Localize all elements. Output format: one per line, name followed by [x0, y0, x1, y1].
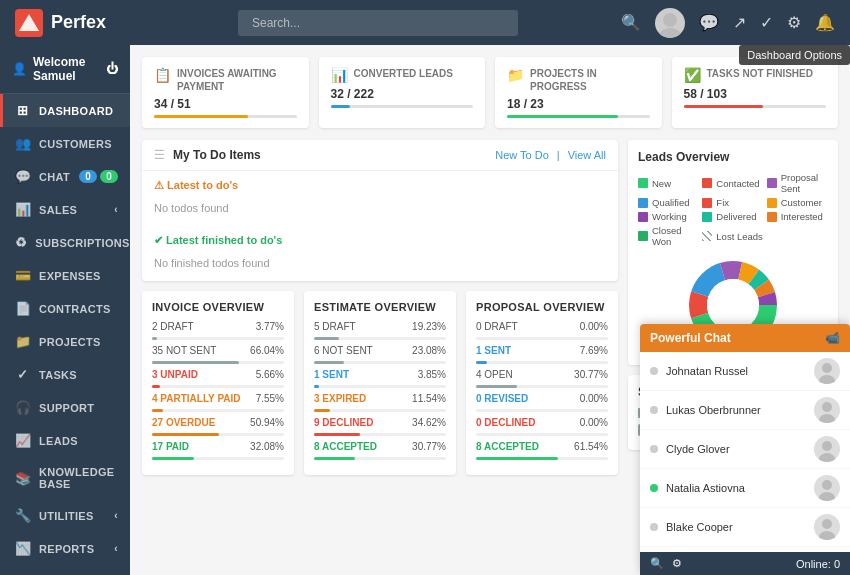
top-nav: Perfex 🔍 💬 ↗ ✓ ⚙ 🔔 — [0, 0, 850, 45]
ov-label: 8 ACCEPTED — [476, 441, 539, 452]
finished-todos-title: ✔ Latest finished to do's — [154, 234, 606, 247]
sidebar-item-customers[interactable]: 👥 Customers — [0, 127, 130, 160]
legend-label: Contacted — [716, 178, 759, 189]
view-all-link[interactable]: View All — [568, 149, 606, 161]
sidebar-item-knowledge[interactable]: 📚 Knowledge Base — [0, 457, 130, 499]
stat-header-3: ✅ Tasks Not Finished — [684, 67, 827, 83]
ov-pct: 3.77% — [256, 321, 284, 332]
avatar[interactable] — [655, 8, 685, 38]
left-column: ☰ My To Do Items New To Do | View All ⚠ … — [142, 140, 618, 485]
sidebar-user[interactable]: 👤 Welcome Samuel ⏻ — [0, 45, 130, 94]
sidebar-item-projects[interactable]: 📁 Projects — [0, 325, 130, 358]
ov-pct: 30.77% — [574, 369, 608, 380]
ov-bar — [476, 361, 608, 364]
leads-icon: 📈 — [15, 433, 31, 448]
sidebar-label-contracts: Contracts — [39, 303, 111, 315]
search-icon[interactable]: 🔍 — [621, 13, 641, 32]
dashboard-options-btn[interactable]: Dashboard Options — [739, 45, 850, 65]
ov-bar — [314, 409, 446, 412]
ov-pct: 0.00% — [580, 321, 608, 332]
chat-header[interactable]: Powerful Chat 📹 — [640, 324, 850, 352]
chat-settings-icon[interactable]: ⚙ — [672, 557, 682, 570]
sidebar-item-tasks[interactable]: ✓ Tasks — [0, 358, 130, 391]
proposal-overview-panel: Proposal Overview 0 DRAFT 0.00% 1 SENT 7… — [466, 291, 618, 475]
legend-label: Lost Leads — [716, 231, 762, 242]
sidebar-item-reports[interactable]: 📉 Reports‹ — [0, 532, 130, 565]
ov-bar — [314, 433, 446, 436]
overview-row: Invoice Overview 2 DRAFT 3.77% 35 NOT SE… — [142, 291, 618, 475]
chat-contact-item[interactable]: Natalia Astiovna — [640, 469, 850, 508]
sidebar-item-setup[interactable]: ⚙ Setup — [0, 565, 130, 575]
chat-contact-item[interactable]: Blake Cooper — [640, 508, 850, 547]
contact-name: Blake Cooper — [666, 521, 806, 533]
search-input[interactable] — [238, 10, 518, 36]
stat-bar-1 — [331, 105, 474, 108]
tasks-icon[interactable]: ✓ — [760, 13, 773, 32]
sidebar: 👤 Welcome Samuel ⏻ ⊞ Dashboard👥 Customer… — [0, 45, 130, 575]
ov-label: 0 DRAFT — [476, 321, 518, 332]
todo-title: My To Do Items — [173, 148, 261, 162]
chat-contact-item[interactable]: Lukas Oberbrunner — [640, 391, 850, 430]
arrow-icon-utilities: ‹ — [114, 510, 118, 521]
chat-badge-2: 0 — [100, 170, 118, 183]
ov-label: 35 NOT SENT — [152, 345, 216, 356]
stat-label-2: Projects In Progress — [530, 67, 650, 93]
app-name: Perfex — [51, 12, 106, 33]
chat-icon: 📹 — [825, 331, 840, 345]
svg-point-2 — [663, 13, 677, 27]
overview-row-item: 1 SENT 7.69% — [476, 345, 608, 364]
legend-item: Proposal Sent — [767, 172, 828, 194]
proposal-rows: 0 DRAFT 0.00% 1 SENT 7.69% 4 OPEN 30.77% — [476, 321, 608, 460]
sidebar-username: Welcome Samuel — [33, 55, 100, 83]
ov-pct: 3.85% — [418, 369, 446, 380]
legend-dot — [702, 212, 712, 222]
settings-icon[interactable]: ⚙ — [787, 13, 801, 32]
overview-row-item: 35 NOT SENT 66.04% — [152, 345, 284, 364]
ov-row: 8 ACCEPTED 30.77% — [314, 441, 446, 452]
online-dot — [650, 484, 658, 492]
chat-contact-item[interactable]: Johnatan Russel — [640, 352, 850, 391]
sidebar-item-leads[interactable]: 📈 Leads — [0, 424, 130, 457]
nav-icons: 🔍 💬 ↗ ✓ ⚙ 🔔 — [621, 8, 835, 38]
legend-dot — [638, 212, 648, 222]
sidebar-label-subscriptions: Subscriptions — [35, 237, 129, 249]
sidebar-item-chat[interactable]: 💬 Chat 0 0 — [0, 160, 130, 193]
chat-badges: 0 0 — [79, 170, 118, 183]
power-icon[interactable]: ⏻ — [106, 62, 118, 76]
new-todo-link[interactable]: New To Do — [495, 149, 549, 161]
stat-header-0: 📋 Invoices Awaiting Payment — [154, 67, 297, 93]
notifications-icon[interactable]: 🔔 — [815, 13, 835, 32]
ov-bar — [152, 457, 284, 460]
sidebar-item-expenses[interactable]: 💳 Expenses — [0, 259, 130, 292]
share-icon[interactable]: ↗ — [733, 13, 746, 32]
sidebar-item-sales[interactable]: 📊 Sales‹ — [0, 193, 130, 226]
sidebar-item-utilities[interactable]: 🔧 Utilities‹ — [0, 499, 130, 532]
online-dot — [650, 367, 658, 375]
sidebar-item-contracts[interactable]: 📄 Contracts — [0, 292, 130, 325]
stat-bar-fill-0 — [154, 115, 248, 118]
chat-footer: 🔍 ⚙ Online: 0 — [640, 552, 850, 575]
chat-contact-item[interactable]: Clyde Glover — [640, 430, 850, 469]
sidebar-label-reports: Reports — [39, 543, 94, 555]
ov-pct: 19.23% — [412, 321, 446, 332]
ov-bar — [152, 433, 284, 436]
ov-bar — [476, 385, 608, 388]
ov-bar-fill — [314, 457, 355, 460]
sidebar-item-subscriptions[interactable]: ♻ Subscriptions — [0, 226, 130, 259]
arrow-icon-sales: ‹ — [114, 204, 118, 215]
chat-search-icon[interactable]: 🔍 — [650, 557, 664, 570]
online-dot — [650, 445, 658, 453]
overview-row-item: 4 PARTIALLY PAID 7.55% — [152, 393, 284, 412]
support-icon: 🎧 — [15, 400, 31, 415]
sidebar-item-support[interactable]: 🎧 Support — [0, 391, 130, 424]
chat-badge-1: 0 — [79, 170, 97, 183]
messages-icon[interactable]: 💬 — [699, 13, 719, 32]
invoice-overview-panel: Invoice Overview 2 DRAFT 3.77% 35 NOT SE… — [142, 291, 294, 475]
svg-point-19 — [822, 480, 832, 490]
ov-label: 3 EXPIRED — [314, 393, 366, 404]
ov-label: 3 UNPAID — [152, 369, 198, 380]
no-finished-msg: No finished todos found — [154, 253, 606, 273]
legend-dot — [767, 198, 777, 208]
legend-dot — [702, 198, 712, 208]
sidebar-item-dashboard[interactable]: ⊞ Dashboard — [0, 94, 130, 127]
